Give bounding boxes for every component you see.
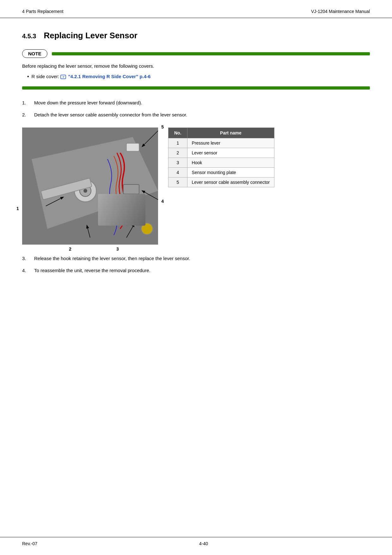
header-title: VJ-1204 Maintenance Manual [311,9,370,14]
page-container: 4 Parts Replacement VJ-1204 Maintenance … [0,0,392,555]
note-container: NOTE Before replacing the lever sensor, … [22,49,370,90]
step-number-2: 2. [22,111,31,119]
photo-sim [22,128,158,245]
step-number-1: 1. [22,99,31,107]
table-cell-name: Pressure lever [187,138,274,148]
table-cell-no: 3 [168,158,187,167]
svg-point-10 [141,223,153,234]
section-number: 4.5.3 [22,33,36,40]
steps-list-top: 1. Move down the pressure lever forward … [22,99,370,119]
table-col-no: No. [168,128,187,138]
note-green-bar-top [52,52,370,55]
page-footer: Rev.-07 4-40 [0,537,392,546]
step-text-1: Move down the pressure lever forward (do… [34,99,142,107]
table-cell-name: Lever sensor [187,148,274,158]
note-green-bar-bottom [22,86,370,90]
table-cell-no: 2 [168,148,187,158]
callout-2: 2 [69,246,71,252]
step-text-4: To reassemble the unit, reverse the remo… [34,267,150,274]
parts-table: No. Part name 1Pressure lever2Lever sens… [168,128,274,187]
note-label: NOTE [22,49,47,58]
table-row: 5Lever sensor cable assembly connector [168,177,274,187]
svg-text:☞: ☞ [62,76,64,78]
bullet-prefix: R side cover: [32,74,61,79]
step-number-3: 3. [22,255,31,262]
note-text: Before replacing the lever sensor, remov… [22,62,370,70]
figure-table-row: 1 2 3 4 5 No. Part name 1Pressure lever2… [22,128,370,245]
step-item-1: 1. Move down the pressure lever forward … [22,99,370,107]
step-item-3: 3. Release the hook retaining the lever … [22,255,370,262]
table-row: 2Lever sensor [168,148,274,158]
table-cell-no: 4 [168,167,187,177]
step-item-4: 4. To reassemble the unit, reverse the r… [22,267,370,274]
figure-container: 1 2 3 4 5 [22,128,158,245]
footer-page: 4-40 [199,541,208,546]
table-row: 3Hook [168,158,274,167]
steps-list-bottom: 3. Release the hook retaining the lever … [22,255,370,274]
step-text-3: Release the hook retaining the lever sen… [34,255,190,262]
svg-point-6 [83,189,87,193]
table-cell-name: Lever sensor cable assembly connector [187,177,274,187]
reference-icon: ☞ [60,75,66,79]
callout-4: 4 [161,199,164,204]
header-section: 4 Parts Replacement [22,9,64,14]
section-title-row: 4.5.3 Replacing Lever Sensor [22,31,370,41]
footer-revision: Rev.-07 [22,541,37,546]
step-item-2: 2. Detach the lever sensor cable assembl… [22,111,370,119]
bullet-dot: • [27,72,29,81]
note-header-row: NOTE [22,49,370,58]
table-cell-no: 1 [168,138,187,148]
main-content: 4.5.3 Replacing Lever Sensor NOTE Before… [0,18,392,302]
note-link[interactable]: "4.2.1 Removing R Side Cover" p.4-6 [68,74,150,79]
table-row: 1Pressure lever [168,138,274,148]
figure-image [22,128,158,245]
step-text-2: Detach the lever sensor cable assembly c… [34,111,187,119]
table-cell-name: Sensor mounting plate [187,167,274,177]
callout-5: 5 [161,124,164,129]
callout-3: 3 [116,246,119,252]
step-number-4: 4. [22,267,31,274]
page-header: 4 Parts Replacement VJ-1204 Maintenance … [0,0,392,18]
callout-1: 1 [16,206,19,211]
svg-rect-8 [123,184,139,194]
svg-rect-9 [126,143,139,151]
table-cell-name: Hook [187,158,274,167]
note-body: Before replacing the lever sensor, remov… [22,58,370,81]
photo-overlay-svg [22,128,158,245]
bullet-text: R side cover: ☞ "4.2.1 Removing R Side C… [32,73,151,80]
section-heading: Replacing Lever Sensor [44,31,137,41]
table-col-name: Part name [187,128,274,138]
table-cell-no: 5 [168,177,187,187]
table-row: 4Sensor mounting plate [168,167,274,177]
